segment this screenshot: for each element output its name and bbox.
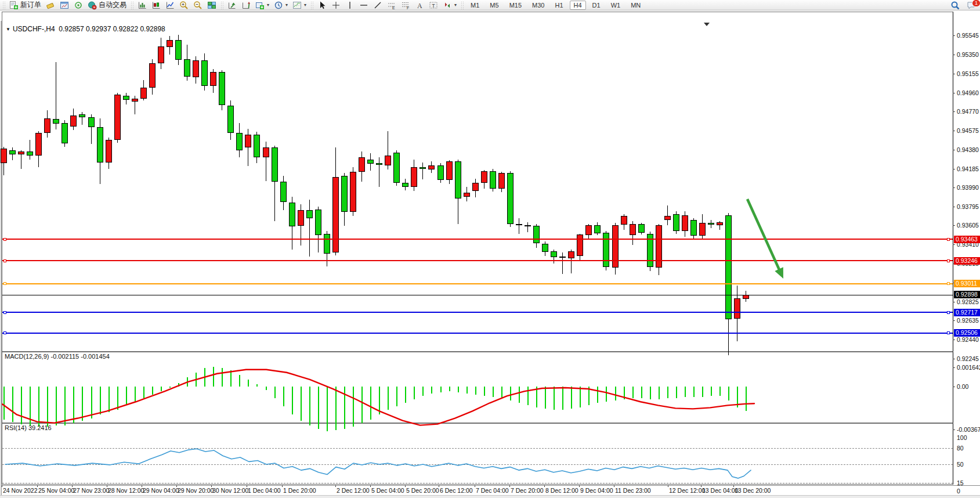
- timeframe-m1-button[interactable]: M1: [467, 1, 483, 10]
- auto-trading-button[interactable]: 自动交易: [86, 0, 128, 10]
- styler-button[interactable]: [44, 0, 57, 10]
- timeframe-w1-button[interactable]: W1: [607, 1, 625, 10]
- chat-button[interactable]: 1: [965, 0, 978, 10]
- timeframe-m5-button[interactable]: M5: [486, 1, 502, 10]
- chart-window-icon: [60, 1, 69, 10]
- tile-windows-icon: [207, 1, 216, 10]
- new-order-label: 新订单: [20, 0, 41, 10]
- vertical-line-button[interactable]: [343, 0, 356, 10]
- timeframe-mn-button[interactable]: MN: [627, 1, 645, 10]
- arrow-objects-button[interactable]: ▾: [441, 0, 458, 10]
- auto-trading-icon: [88, 1, 97, 10]
- window-bottom-edge: [0, 495, 980, 498]
- chat-unread-badge: 1: [972, 0, 980, 7]
- main-toolbar: 新订单自动交易▾▾▾EFAT▾M1M5M15M30H1H4D1W1MN: [0, 0, 980, 10]
- timeframe-m30-button[interactable]: M30: [528, 1, 548, 10]
- arrow-objects-icon: [443, 1, 452, 10]
- bar-chart-type-button[interactable]: [136, 0, 149, 10]
- dropdown-caret-icon: ▾: [285, 2, 288, 8]
- timeframe-h4-button[interactable]: H4: [570, 1, 586, 10]
- styler-icon: [46, 1, 55, 10]
- price-axis[interactable]: [953, 21, 980, 485]
- crosshair-button[interactable]: [330, 0, 342, 10]
- line-chart-type-button[interactable]: [164, 0, 176, 10]
- toolbar-grip: [310, 1, 313, 9]
- zoom-out-icon: [193, 1, 202, 10]
- periods-clock-button[interactable]: ▾: [272, 0, 290, 10]
- new-order-button[interactable]: 新订单: [8, 0, 43, 10]
- fibonacci-icon: F: [401, 1, 410, 10]
- auto-trading-label: 自动交易: [99, 0, 126, 10]
- periods-clock-icon: [274, 1, 283, 10]
- symbol-period-label: USDCHF-,H4: [13, 25, 55, 33]
- rsi-panel[interactable]: [2, 423, 953, 485]
- search-button[interactable]: [949, 0, 961, 10]
- trend-line-button[interactable]: [371, 0, 384, 10]
- arrange-b-button[interactable]: [240, 0, 252, 10]
- text-label-icon: T: [429, 1, 438, 10]
- arrange-b-icon: [241, 1, 251, 10]
- templates-icon: [292, 1, 302, 10]
- line-chart-type-icon: [165, 1, 175, 10]
- zoom-in-button[interactable]: [178, 0, 190, 10]
- timeframe-m15-button[interactable]: M15: [505, 1, 526, 10]
- text-icon: A: [415, 1, 424, 10]
- horizontal-line-button[interactable]: [357, 0, 370, 10]
- price-chart-panel[interactable]: [2, 12, 953, 352]
- timeframe-d1-button[interactable]: D1: [588, 1, 605, 10]
- tile-windows-button[interactable]: [205, 0, 218, 10]
- time-axis[interactable]: [2, 485, 980, 495]
- macd-panel[interactable]: [2, 352, 953, 423]
- chart-window-button[interactable]: [58, 0, 71, 10]
- zoom-in-icon: [179, 1, 189, 10]
- toolbar-right-group: 1: [949, 0, 978, 10]
- rsi-indicator-label: RSI(14) 39.2416: [5, 424, 52, 431]
- chart-dropdown-icon[interactable]: ▼: [6, 27, 10, 32]
- bar-chart-type-icon: [138, 1, 147, 10]
- text-button[interactable]: A: [413, 0, 426, 10]
- svg-text:A: A: [417, 1, 422, 9]
- equidistant-channel-icon: E: [387, 1, 396, 10]
- chart-title: ▼USDCHF-,H4 0.92857 0.92937 0.92822 0.92…: [6, 25, 165, 33]
- candle-chart-type-icon: [151, 1, 161, 10]
- new-chart-button[interactable]: ▾: [254, 0, 271, 10]
- crosshair-icon: [331, 1, 341, 10]
- trend-line-icon: [373, 1, 382, 10]
- new-order-icon: [9, 1, 19, 10]
- svg-text:F: F: [407, 6, 409, 10]
- timeframe-h1-button[interactable]: H1: [551, 1, 567, 10]
- arrange-a-icon: [227, 1, 237, 10]
- chart-window: ▼USDCHF-,H4 0.92857 0.92937 0.92822 0.92…: [0, 10, 980, 498]
- dropdown-caret-icon: ▾: [304, 2, 306, 8]
- text-label-button[interactable]: T: [427, 0, 440, 10]
- cursor-button[interactable]: [316, 0, 328, 10]
- zoom-out-button[interactable]: [191, 0, 204, 10]
- svg-text:T: T: [432, 2, 435, 8]
- toolbar-grip: [461, 1, 464, 9]
- signals-button[interactable]: [72, 0, 85, 10]
- candle-chart-type-button[interactable]: [150, 0, 162, 10]
- arrange-a-button[interactable]: [226, 0, 238, 10]
- new-chart-icon: [255, 1, 265, 10]
- dropdown-caret-icon: ▾: [454, 2, 457, 8]
- macd-indicator-label: MACD(12,26,9) -0.002115 -0.001454: [5, 353, 110, 360]
- fibonacci-button[interactable]: F: [399, 0, 412, 10]
- toolbar-grip: [2, 1, 5, 9]
- dropdown-caret-icon: ▾: [267, 2, 269, 8]
- mt4-terminal: 新订单自动交易▾▾▾EFAT▾M1M5M15M30H1H4D1W1MN 1 ▼U…: [0, 0, 980, 498]
- cursor-icon: [317, 1, 327, 10]
- templates-button[interactable]: ▾: [291, 0, 308, 10]
- horizontal-line-icon: [359, 1, 368, 10]
- signals-icon: [74, 1, 83, 10]
- toolbar-grip: [131, 1, 133, 9]
- toolbar-grip: [220, 1, 223, 9]
- vertical-line-icon: [345, 1, 355, 10]
- ohlc-values: 0.92857 0.92937 0.92822 0.92898: [59, 25, 165, 33]
- equidistant-channel-button[interactable]: E: [385, 0, 398, 10]
- svg-text:E: E: [392, 6, 395, 10]
